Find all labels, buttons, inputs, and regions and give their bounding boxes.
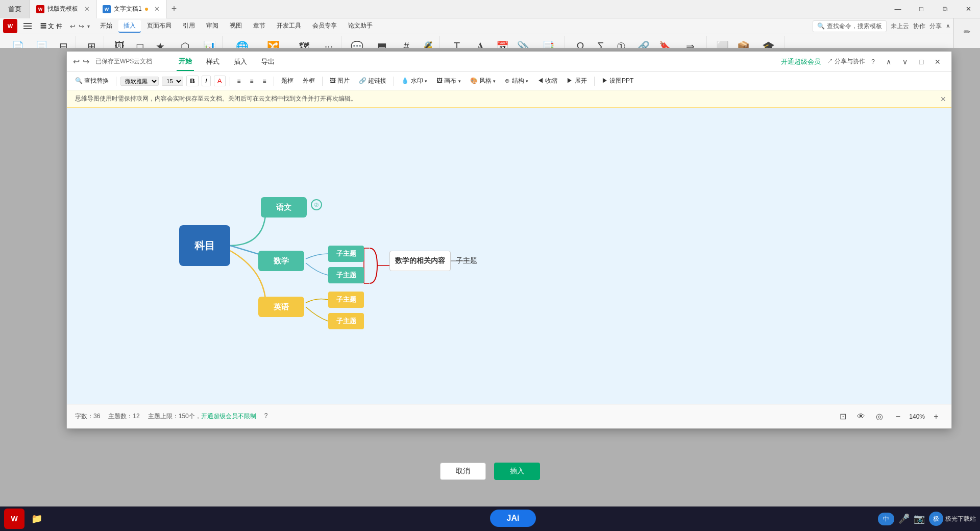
member-link[interactable]: 开通超级会员不限制 xyxy=(201,413,256,420)
topic-limit-label: 主题上限：150个，开通超级会员不限制 xyxy=(148,412,256,421)
taskbar-app-group[interactable]: 极 极光下载站 xyxy=(929,512,976,526)
super-member-btn[interactable]: 开通超级会员 xyxy=(781,57,821,66)
italic-btn[interactable]: I xyxy=(202,76,211,86)
dialog-min-btn[interactable]: ∧ xyxy=(881,54,896,69)
cancel-button[interactable]: 取消 xyxy=(440,463,486,480)
restore-button[interactable]: □ xyxy=(910,0,933,18)
yingyu-sub3-node[interactable]: 子主题 xyxy=(328,292,364,308)
watermark-tool-btn[interactable]: 💧 水印 ▾ xyxy=(398,76,430,86)
ribbon-chevron-up[interactable]: ∧ xyxy=(946,22,950,30)
collapse-tool-btn[interactable]: ◀ 收缩 xyxy=(534,76,560,86)
image-tool-btn[interactable]: 🖼 图片 xyxy=(327,76,353,86)
canvas-tool-icon: 🖼 xyxy=(436,77,443,84)
align-left-btn[interactable]: ≡ xyxy=(234,77,244,86)
dialog-tab-export[interactable]: 导出 xyxy=(259,53,277,70)
shuxue-sub2-node[interactable]: 子主题 xyxy=(328,267,364,283)
watermark-tool-icon: 💧 xyxy=(401,77,409,84)
footer-help-icon[interactable]: ? xyxy=(264,412,268,421)
eye-icon[interactable]: 👁 xyxy=(854,409,868,424)
outer-btn[interactable]: 外框 xyxy=(300,76,318,86)
ribbon-tab-start[interactable]: 开始 xyxy=(95,20,117,33)
taskbar-mic-btn[interactable]: 🎤 xyxy=(898,513,910,524)
align-center-btn[interactable]: ≡ xyxy=(247,77,257,86)
new-tab-button[interactable]: + xyxy=(166,4,182,14)
ppt-tool-btn[interactable]: ▶ 设图PPT xyxy=(599,76,637,86)
taskbar-app-name: 极光下载站 xyxy=(945,515,976,523)
insert-button[interactable]: 插入 xyxy=(494,463,540,480)
taskbar-cam-btn[interactable]: 📷 xyxy=(914,513,925,524)
yuwen-node-text: 语文 xyxy=(276,203,291,212)
structure-tool-btn[interactable]: ⊕ 结构 ▾ xyxy=(502,76,531,86)
window-controls: — □ ⧉ ✕ xyxy=(886,0,980,18)
saved-text: 已保存至WPS云文档 xyxy=(95,57,152,66)
mindmap-area[interactable]: 科目 语文 ② 数学 英语 子主题 子主题 数学的相关内容 子主题 xyxy=(67,108,951,404)
taskbar-lang-btn[interactable]: 中 xyxy=(878,513,894,525)
root-node[interactable]: 科目 xyxy=(179,225,230,266)
yuwen-num-badge: ② xyxy=(311,199,322,210)
shuxue-node[interactable]: 数学 xyxy=(258,251,304,271)
back-icon[interactable]: ↩ xyxy=(73,57,80,66)
ribbon-tab-dev[interactable]: 开发工具 xyxy=(272,20,306,33)
ribbon-tab-member[interactable]: 会员专享 xyxy=(307,20,342,33)
font-select[interactable]: 微软雅黑 xyxy=(120,77,159,86)
dialog-tab-style[interactable]: 样式 xyxy=(204,53,222,70)
close-button[interactable]: ✕ xyxy=(957,0,980,18)
dialog-expand-btn[interactable]: ∨ xyxy=(897,54,913,69)
zoom-out-btn[interactable]: − xyxy=(891,409,905,424)
target-icon[interactable]: ◎ xyxy=(872,409,887,424)
minimize-button[interactable]: — xyxy=(886,0,910,18)
canvas-tool-btn[interactable]: 🖼 画布 ▾ xyxy=(433,76,464,86)
dialog-tab-start[interactable]: 开始 xyxy=(177,53,194,71)
font-color-btn[interactable]: A xyxy=(214,76,226,86)
dialog-action-buttons: 取消 插入 xyxy=(440,463,540,480)
align-right-btn[interactable]: ≡ xyxy=(260,77,270,86)
tab-doc-close[interactable]: ✕ xyxy=(154,5,160,13)
zoom-level: 140% xyxy=(909,413,925,420)
jai-badge[interactable]: JAi xyxy=(490,510,536,527)
dialog-tab-insert[interactable]: 插入 xyxy=(232,53,249,70)
ribbon-tab-section[interactable]: 章节 xyxy=(248,20,271,33)
style-tool-btn[interactable]: 🎨 风格 ▾ xyxy=(467,76,499,86)
ribbon-tab-insert[interactable]: 插入 xyxy=(118,20,141,33)
ribbon-tab-view[interactable]: 视图 xyxy=(225,20,247,33)
ribbon-tab-layout[interactable]: 页面布局 xyxy=(142,20,177,33)
share-btn[interactable]: 分享 xyxy=(929,22,942,31)
taskbar-wps-icon[interactable]: W xyxy=(4,509,24,529)
hamburger-menu[interactable] xyxy=(20,20,35,32)
undo-more-btn[interactable]: ▾ xyxy=(87,23,90,29)
tab-home[interactable]: 首页 xyxy=(0,0,30,18)
taskbar-file-icon[interactable]: 📁 xyxy=(27,509,47,529)
shuxue-sub1-node[interactable]: 子主题 xyxy=(328,246,364,262)
undo-btn[interactable]: ↩ xyxy=(70,22,76,30)
find-replace-btn[interactable]: 🔍 查找替换 xyxy=(72,76,112,86)
dialog-share-btn[interactable]: ↗ 分享与协作 xyxy=(827,57,865,66)
tab-wps-close[interactable]: ✕ xyxy=(84,5,90,13)
forward-icon[interactable]: ↪ xyxy=(83,57,89,66)
separator-5 xyxy=(394,77,394,86)
font-size-select[interactable]: 15px xyxy=(162,77,183,86)
ribbon-tab-paper[interactable]: 论文助手 xyxy=(343,20,378,33)
content-node[interactable]: 数学的相关内容 xyxy=(389,251,451,271)
tab-doc[interactable]: W 文字文稿1 ✕ xyxy=(96,0,166,18)
tab-wps[interactable]: W 找版壳模板 ✕ xyxy=(30,0,96,18)
info-banner-close[interactable]: ✕ xyxy=(940,95,946,103)
expand-tool-btn[interactable]: ▶ 展开 xyxy=(564,76,590,86)
ribbon-tab-ref[interactable]: 引用 xyxy=(178,20,200,33)
hyperlink-tool-btn[interactable]: 🔗 超链接 xyxy=(356,76,389,86)
dialog-close-btn[interactable]: ✕ xyxy=(930,54,945,69)
menu-file[interactable]: ☰ 文 件 xyxy=(36,21,66,32)
bold-btn[interactable]: B xyxy=(186,76,199,86)
rp-edit-icon[interactable]: ✏ xyxy=(958,22,976,41)
dialog-restore-btn[interactable]: □ xyxy=(914,54,929,69)
yingyu-sub4-node[interactable]: 子主题 xyxy=(328,313,364,329)
collab-btn[interactable]: 协作 xyxy=(913,22,925,31)
ribbon-tab-review[interactable]: 审阅 xyxy=(201,20,224,33)
yingyu-node[interactable]: 英语 xyxy=(258,297,304,317)
zoom-in-btn[interactable]: + xyxy=(929,409,943,424)
redo-btn[interactable]: ↪ xyxy=(79,22,84,30)
fit-screen-icon[interactable]: ⊡ xyxy=(836,409,850,424)
yuwen-node[interactable]: 语文 xyxy=(261,197,307,218)
maximize-button[interactable]: ⧉ xyxy=(933,0,957,18)
dialog-help-btn[interactable]: ? xyxy=(871,58,875,65)
topic-btn[interactable]: 题框 xyxy=(278,76,297,86)
